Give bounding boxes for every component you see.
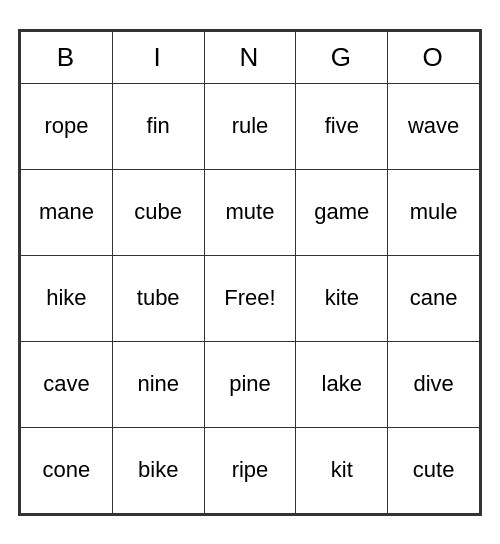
- col-header-i: I: [112, 31, 204, 83]
- table-cell: cane: [388, 255, 480, 341]
- table-cell: ripe: [204, 427, 296, 513]
- table-cell: kite: [296, 255, 388, 341]
- table-cell: cone: [21, 427, 113, 513]
- table-cell: bike: [112, 427, 204, 513]
- bingo-card: B I N G O ropefinrulefivewavemanecubemut…: [18, 29, 482, 516]
- table-cell: rule: [204, 83, 296, 169]
- bingo-table: B I N G O ropefinrulefivewavemanecubemut…: [20, 31, 480, 514]
- table-cell: tube: [112, 255, 204, 341]
- col-header-b: B: [21, 31, 113, 83]
- table-row: conebikeripekitcute: [21, 427, 480, 513]
- table-cell: lake: [296, 341, 388, 427]
- table-cell: fin: [112, 83, 204, 169]
- table-cell: cube: [112, 169, 204, 255]
- table-cell: dive: [388, 341, 480, 427]
- table-cell: wave: [388, 83, 480, 169]
- table-cell: five: [296, 83, 388, 169]
- table-cell: mute: [204, 169, 296, 255]
- table-cell: cave: [21, 341, 113, 427]
- table-row: hiketubeFree!kitecane: [21, 255, 480, 341]
- table-row: caveninepinelakedive: [21, 341, 480, 427]
- table-cell: mule: [388, 169, 480, 255]
- table-cell: Free!: [204, 255, 296, 341]
- table-row: manecubemutegamemule: [21, 169, 480, 255]
- bingo-body: ropefinrulefivewavemanecubemutegamemuleh…: [21, 83, 480, 513]
- table-cell: rope: [21, 83, 113, 169]
- col-header-o: O: [388, 31, 480, 83]
- table-cell: mane: [21, 169, 113, 255]
- table-cell: nine: [112, 341, 204, 427]
- table-cell: game: [296, 169, 388, 255]
- table-cell: kit: [296, 427, 388, 513]
- table-cell: cute: [388, 427, 480, 513]
- col-header-g: G: [296, 31, 388, 83]
- header-row: B I N G O: [21, 31, 480, 83]
- table-cell: pine: [204, 341, 296, 427]
- col-header-n: N: [204, 31, 296, 83]
- table-row: ropefinrulefivewave: [21, 83, 480, 169]
- table-cell: hike: [21, 255, 113, 341]
